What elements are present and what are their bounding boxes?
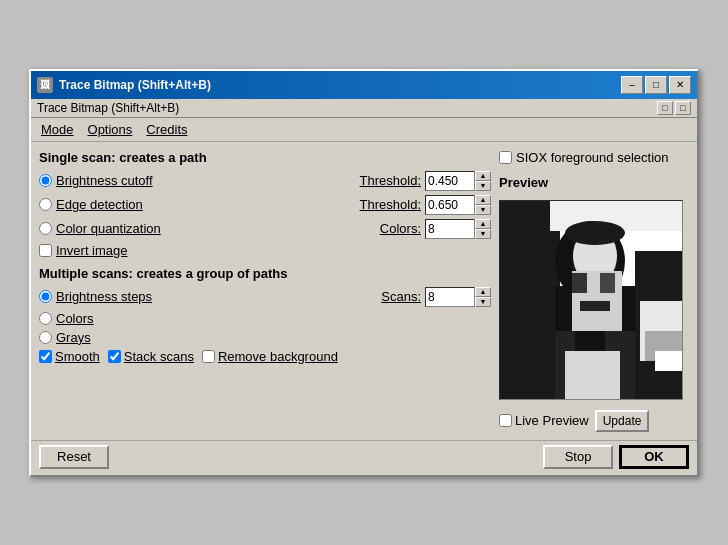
colors-input[interactable] (425, 219, 475, 239)
ok-button[interactable]: OK (619, 445, 689, 469)
svg-rect-8 (600, 273, 615, 293)
invert-image-label[interactable]: Invert image (39, 243, 128, 258)
live-preview-row: Live Preview Update (499, 410, 689, 432)
main-window: 🖼 Trace Bitmap (Shift+Alt+B) – □ ✕ Trace… (29, 69, 699, 477)
brightness-steps-label[interactable]: Brightness steps (39, 289, 152, 304)
update-button[interactable]: Update (595, 410, 650, 432)
scans-input[interactable] (425, 287, 475, 307)
dialog-ctrl-2[interactable]: □ (675, 101, 691, 115)
threshold2-spinner: ▲ ▼ (425, 195, 491, 215)
preview-image (499, 200, 683, 400)
window-title: Trace Bitmap (Shift+Alt+B) (59, 78, 211, 92)
grays-row: Grays (39, 330, 491, 345)
preview-label: Preview (499, 175, 689, 190)
brightness-cutoff-label[interactable]: Brightness cutoff (39, 173, 153, 188)
threshold2-input[interactable] (425, 195, 475, 215)
svg-rect-17 (655, 351, 683, 371)
brightness-steps-row: Brightness steps Scans: ▲ ▼ (39, 287, 491, 307)
colors-label: Colors: (380, 221, 421, 236)
title-bar: 🖼 Trace Bitmap (Shift+Alt+B) – □ ✕ (31, 71, 697, 99)
dialog-controls: □ □ (657, 101, 691, 115)
scans-spinner: ▲ ▼ (425, 287, 491, 307)
live-preview-label[interactable]: Live Preview (499, 413, 589, 428)
svg-rect-7 (572, 273, 587, 293)
brightness-cutoff-radio[interactable] (39, 174, 52, 187)
threshold2-arrows: ▲ ▼ (475, 195, 491, 215)
scans-arrows: ▲ ▼ (475, 287, 491, 307)
threshold2-down[interactable]: ▼ (475, 205, 491, 215)
scans-control: Scans: ▲ ▼ (381, 287, 491, 307)
threshold1-spinner: ▲ ▼ (425, 171, 491, 191)
bottom-left: Reset (39, 445, 109, 469)
title-bar-controls: – □ ✕ (621, 76, 691, 94)
bottom-right: Stop OK (543, 445, 689, 469)
main-content: Single scan: creates a path Brightness c… (31, 142, 697, 440)
dialog-ctrl-1[interactable]: □ (657, 101, 673, 115)
color-quant-row: Color quantization Colors: ▲ ▼ (39, 219, 491, 239)
multiple-scan-title: Multiple scans: creates a group of paths (39, 266, 491, 281)
color-quant-radio[interactable] (39, 222, 52, 235)
color-quant-label[interactable]: Color quantization (39, 221, 161, 236)
threshold1-down[interactable]: ▼ (475, 181, 491, 191)
smooth-checkbox[interactable] (39, 350, 52, 363)
brightness-cutoff-row: Brightness cutoff Threshold: ▲ ▼ (39, 171, 491, 191)
siox-row: SIOX foreground selection (499, 150, 689, 165)
reset-button[interactable]: Reset (39, 445, 109, 469)
dialog-bar: Trace Bitmap (Shift+Alt+B) □ □ (31, 99, 697, 118)
threshold1-label: Threshold: (360, 173, 421, 188)
smooth-label[interactable]: Smooth (39, 349, 100, 364)
multi-colors-row: Colors (39, 311, 491, 326)
svg-rect-13 (565, 351, 620, 400)
menu-mode[interactable]: Mode (35, 120, 80, 139)
stack-scans-checkbox[interactable] (108, 350, 121, 363)
threshold2-control: Threshold: ▲ ▼ (360, 195, 491, 215)
svg-rect-9 (580, 301, 610, 311)
colors-spinner: ▲ ▼ (425, 219, 491, 239)
stack-scans-label[interactable]: Stack scans (108, 349, 194, 364)
threshold1-arrows: ▲ ▼ (475, 171, 491, 191)
bottom-bar: Reset Stop OK (31, 440, 697, 475)
preview-svg (500, 201, 683, 400)
grays-radio[interactable] (39, 331, 52, 344)
colors-down[interactable]: ▼ (475, 229, 491, 239)
invert-image-checkbox[interactable] (39, 244, 52, 257)
multi-colors-radio[interactable] (39, 312, 52, 325)
siox-checkbox[interactable] (499, 151, 512, 164)
left-panel: Single scan: creates a path Brightness c… (39, 150, 491, 432)
stop-button[interactable]: Stop (543, 445, 613, 469)
remove-bg-checkbox[interactable] (202, 350, 215, 363)
threshold1-up[interactable]: ▲ (475, 171, 491, 181)
menu-options[interactable]: Options (82, 120, 139, 139)
app-icon: 🖼 (37, 77, 53, 93)
edge-detection-label[interactable]: Edge detection (39, 197, 143, 212)
threshold2-up[interactable]: ▲ (475, 195, 491, 205)
threshold2-label: Threshold: (360, 197, 421, 212)
siox-label: SIOX foreground selection (516, 150, 668, 165)
dialog-bar-left: Trace Bitmap (Shift+Alt+B) (37, 101, 179, 115)
svg-point-10 (565, 221, 625, 245)
single-scan-title: Single scan: creates a path (39, 150, 491, 165)
threshold1-input[interactable] (425, 171, 475, 191)
checkboxes-row: Smooth Stack scans Remove background (39, 349, 491, 364)
multi-colors-label[interactable]: Colors (39, 311, 94, 326)
threshold1-control: Threshold: ▲ ▼ (360, 171, 491, 191)
colors-arrows: ▲ ▼ (475, 219, 491, 239)
title-bar-left: 🖼 Trace Bitmap (Shift+Alt+B) (37, 77, 211, 93)
scans-down[interactable]: ▼ (475, 297, 491, 307)
menu-credits[interactable]: Credits (140, 120, 193, 139)
colors-up[interactable]: ▲ (475, 219, 491, 229)
remove-bg-label[interactable]: Remove background (202, 349, 338, 364)
live-preview-checkbox[interactable] (499, 414, 512, 427)
minimize-button[interactable]: – (621, 76, 643, 94)
maximize-button[interactable]: □ (645, 76, 667, 94)
edge-detection-radio[interactable] (39, 198, 52, 211)
grays-label[interactable]: Grays (39, 330, 91, 345)
brightness-steps-radio[interactable] (39, 290, 52, 303)
close-button[interactable]: ✕ (669, 76, 691, 94)
edge-detection-row: Edge detection Threshold: ▲ ▼ (39, 195, 491, 215)
menu-bar: Mode Options Credits (31, 118, 697, 142)
scans-up[interactable]: ▲ (475, 287, 491, 297)
scans-label: Scans: (381, 289, 421, 304)
right-panel: SIOX foreground selection Preview (499, 150, 689, 432)
invert-image-row: Invert image (39, 243, 491, 258)
